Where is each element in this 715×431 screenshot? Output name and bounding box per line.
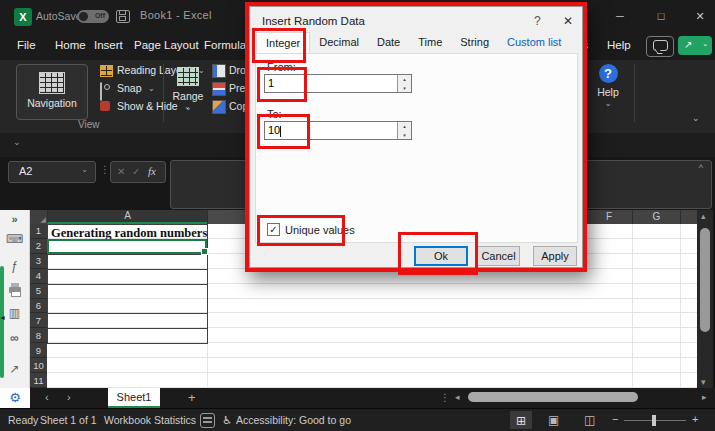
view-normal-icon[interactable]: ⊞: [516, 414, 526, 428]
row-header[interactable]: 2: [30, 239, 47, 254]
formula-pane-icon[interactable]: ƒ: [0, 259, 29, 273]
hscrollbar-thumb[interactable]: [468, 392, 638, 402]
to-label: To:: [267, 108, 282, 120]
column-header-g[interactable]: G: [632, 210, 680, 224]
row-header[interactable]: 10: [30, 358, 47, 373]
workbook-statistics[interactable]: Workbook Statistics: [104, 414, 196, 426]
accessibility-icon: ♿: [222, 414, 232, 427]
row-header[interactable]: 9: [30, 343, 47, 358]
hscroll-right-icon[interactable]: ▸: [702, 392, 707, 402]
row-header[interactable]: 1: [30, 224, 47, 239]
find-binoculars-icon[interactable]: ∞: [0, 331, 29, 345]
column-header-b[interactable]: [207, 210, 247, 224]
tab-resize-dots-icon[interactable]: ⋮: [440, 392, 450, 403]
zoom-in-button[interactable]: +: [692, 413, 698, 425]
menu-insert[interactable]: Insert: [94, 39, 123, 51]
row-header[interactable]: 7: [30, 313, 47, 328]
zoom-slider-thumb[interactable]: [652, 415, 656, 426]
dialog-help-icon[interactable]: ?: [534, 14, 541, 28]
collapse-formula-bar-icon[interactable]: ^: [699, 163, 703, 173]
tab-date[interactable]: Date: [368, 32, 409, 53]
minimize-button[interactable]: ─: [605, 0, 635, 33]
column-header-a[interactable]: A: [47, 210, 207, 224]
sheet-tab-sheet1[interactable]: Sheet1: [108, 388, 160, 408]
spinner-down-icon[interactable]: ▾: [398, 84, 411, 93]
zoom-out-button[interactable]: −: [612, 413, 618, 425]
gear-icon[interactable]: ⚙: [0, 388, 30, 408]
row-header[interactable]: 3: [30, 254, 47, 269]
excel-window: X AutoSave Off Book1 - Excel ─ □ ✕ File …: [0, 0, 715, 431]
formula-buttons-group: ✕ ✓ fx: [110, 161, 166, 183]
menu-help[interactable]: Help: [607, 39, 631, 51]
column-header-f[interactable]: F: [585, 210, 632, 224]
view-page-layout-icon[interactable]: ▣: [548, 413, 559, 427]
to-input[interactable]: 10 ▴ ▾: [264, 121, 412, 140]
share-button[interactable]: ↗ ⌄: [678, 36, 712, 55]
insert-function-icon[interactable]: fx: [148, 165, 156, 177]
expand-pane-icon[interactable]: »: [0, 213, 29, 225]
unique-values-checkbox[interactable]: ✓: [267, 223, 280, 236]
row-header[interactable]: 5: [30, 284, 47, 299]
fill-handle[interactable]: [201, 248, 208, 255]
ok-button[interactable]: Ok: [414, 246, 468, 266]
row-header[interactable]: 8: [30, 328, 47, 343]
cancel-formula-icon[interactable]: ✕: [117, 166, 125, 177]
collapse-arrow-icon[interactable]: ◄: [0, 314, 6, 321]
snap-button[interactable]: Snap ⌄: [100, 82, 102, 100]
drag-dots-icon[interactable]: ⋮: [100, 164, 110, 175]
unique-values-label[interactable]: Unique values: [285, 224, 355, 236]
scrollbar-thumb[interactable]: [700, 228, 710, 332]
maximize-button[interactable]: □: [646, 0, 676, 33]
hscroll-left-icon[interactable]: ◂: [455, 392, 460, 402]
row-header[interactable]: 4: [30, 269, 47, 284]
spinner-down-icon[interactable]: ▾: [398, 131, 411, 140]
row-header[interactable]: 6: [30, 299, 47, 314]
close-button[interactable]: ✕: [685, 0, 715, 33]
apply-button[interactable]: Apply: [533, 246, 577, 266]
dialog-close-icon[interactable]: ✕: [563, 14, 573, 28]
menu-file[interactable]: File: [17, 39, 36, 51]
menu-home[interactable]: Home: [55, 39, 86, 51]
name-box[interactable]: A2 ⌄: [8, 161, 96, 183]
workbook-pane-icon[interactable]: ⌨: [0, 232, 29, 246]
range-button[interactable]: Range ⌄: [170, 63, 206, 123]
add-sheet-button[interactable]: +: [188, 390, 196, 405]
cancel-button[interactable]: Cancel: [477, 246, 520, 266]
comments-button[interactable]: [646, 36, 674, 57]
view-page-break-icon[interactable]: ◫: [584, 413, 595, 427]
prev-sheet-icon[interactable]: ‹: [45, 391, 49, 403]
row-header[interactable]: 11: [30, 373, 47, 388]
tab-decimal[interactable]: Decimal: [310, 32, 368, 53]
enter-formula-icon[interactable]: ✓: [132, 166, 140, 177]
open-external-icon[interactable]: ↗: [0, 362, 29, 376]
settings-corner[interactable]: ⚙: [0, 388, 30, 408]
from-input[interactable]: 1 ▴ ▾: [264, 74, 412, 93]
tab-string[interactable]: String: [451, 32, 498, 53]
spinner-up-icon[interactable]: ▴: [398, 75, 411, 84]
to-spinner[interactable]: ▴ ▾: [397, 122, 411, 139]
navigation-button[interactable]: Navigation: [16, 64, 88, 120]
print-pane-icon[interactable]: [8, 282, 22, 293]
scroll-up-icon[interactable]: ▴: [701, 211, 706, 221]
from-spinner[interactable]: ▴ ▾: [397, 75, 411, 92]
next-sheet-icon[interactable]: ›: [67, 391, 71, 403]
vertical-scrollbar[interactable]: ▴ ▾: [697, 210, 713, 388]
select-all-corner[interactable]: ◢: [30, 210, 47, 224]
tab-time[interactable]: Time: [409, 32, 451, 53]
spinner-up-icon[interactable]: ▴: [398, 122, 411, 131]
help-ribbon-button[interactable]: ? Help ⌄: [588, 63, 628, 123]
collapse-ribbon-icon[interactable]: ⌄: [692, 113, 700, 123]
scroll-down-icon[interactable]: ▾: [701, 377, 706, 387]
column-header-partial[interactable]: [680, 210, 697, 224]
tab-integer[interactable]: Integer: [256, 32, 310, 53]
menu-page-layout[interactable]: Page Layout: [134, 39, 199, 51]
autosave-toggle[interactable]: Off: [77, 10, 109, 23]
macro-record-icon[interactable]: [200, 413, 215, 428]
save-icon[interactable]: [116, 10, 130, 23]
ribbon-options-icon[interactable]: ⌄: [13, 137, 21, 147]
active-cell-a2[interactable]: [47, 239, 207, 255]
tab-custom-list[interactable]: Custom list: [498, 32, 570, 53]
accessibility-status[interactable]: Accessibility: Good to go: [236, 414, 351, 426]
reading-layout-icon: [100, 65, 113, 77]
sheet-tab-bar: ⚙ ‹ › Sheet1 + ⋮ ◂ ▸: [0, 388, 715, 408]
